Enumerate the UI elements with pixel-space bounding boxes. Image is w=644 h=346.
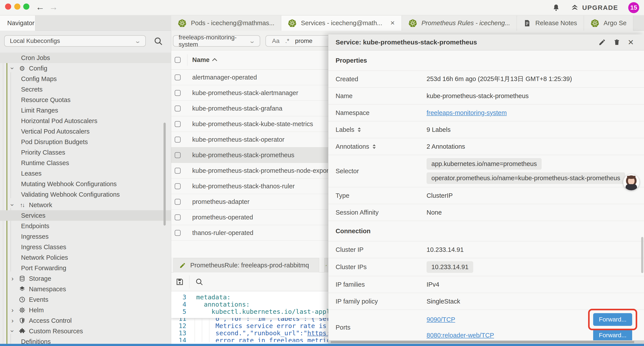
sort-updown-icon[interactable] [373,144,376,149]
sidebar-item-config-maps[interactable]: Config Maps [0,74,171,84]
row-checkbox[interactable] [175,168,180,174]
forward-button-1[interactable]: Forward... [593,329,632,340]
notifications-bell-icon[interactable] [552,3,560,12]
delete-icon[interactable] [613,38,620,46]
row-checkbox[interactable] [175,214,180,220]
port-link-8080-reloader-web-tcp[interactable]: 8080:reloader-web/TCP [426,332,494,339]
sidebar-item-events[interactable]: Events [0,294,171,305]
sidebar-item-runtime-classes[interactable]: Runtime Classes [0,158,171,168]
sidebar-scrollbar[interactable] [164,123,166,226]
upgrade-button[interactable]: UPGRADE [570,3,618,12]
editor-tab-prometheusrule[interactable]: PrometheusRule: freeleaps-prod-rabbitmq [174,258,319,272]
table-row-thanos-ruler-operated[interactable]: thanos-ruler-operated [171,225,328,241]
sidebar-item-vertical-pod-autoscalers[interactable]: Vertical Pod Autoscalers [0,126,171,137]
column-header-name[interactable]: Name [192,56,217,63]
table-row-kube-prometheus-stack-grafana[interactable]: kube-prometheus-stack-grafana [171,101,328,116]
sidebar-item-label: Pod Disruption Budgets [21,138,88,146]
regex-toggle[interactable]: .* [285,37,289,44]
table-row-prometheus-operated[interactable]: prometheus-operated [171,210,328,225]
tab-prometheus-rules-icecheng[interactable]: Prometheus Rules - icecheng... [402,15,517,31]
table-row-kube-prometheus-stack-alertmanager[interactable]: kube-prometheus-stack-alertmanager [171,85,328,101]
row-checkbox[interactable] [175,121,180,127]
table-row-kube-prometheus-stack-prometheus[interactable]: kube-prometheus-stack-prometheus [171,147,328,163]
tab-navigator[interactable]: Navigator [0,15,35,31]
sidebar-item-limit-ranges[interactable]: Limit Ranges [0,105,171,116]
resource-search-input[interactable]: Aa .* prome [266,35,328,47]
table-row-kube-prometheus-stack-prometheus-node-exporter[interactable]: kube-prometheus-stack-prometheus-node-ex… [171,163,328,178]
back-button[interactable]: ← [36,2,44,12]
save-icon[interactable] [176,278,184,286]
row-checkbox[interactable] [175,106,180,111]
section-heading-properties: Properties [328,50,644,70]
table-row-kube-prometheus-stack-kube-state-metrics[interactable]: kube-prometheus-stack-kube-state-metrics [171,116,328,132]
tab-services-icecheng-math[interactable]: Services - icecheng@math...✕ [281,15,402,31]
edit-icon[interactable] [598,38,606,46]
user-avatar[interactable] [623,174,640,190]
window-minimize-button[interactable] [14,3,20,10]
sidebar-item-definitions[interactable]: Definitions [0,336,171,344]
sidebar-item-network[interactable]: ›↑↓Network [0,200,171,210]
close-icon[interactable]: ✕ [628,38,634,47]
sidebar-item-custom-resources[interactable]: ›Custom Resources [0,326,171,336]
sidebar-item-leases[interactable]: Leases [0,168,171,179]
forward-nav-button[interactable]: → [49,2,58,12]
sidebar-item-access-control[interactable]: ›Access Control [0,315,171,326]
row-checkbox[interactable] [175,230,180,236]
yaml-editor[interactable]: 3metadata:4 annotations:5 kubectl.kubern… [171,291,328,344]
match-case-toggle[interactable]: Aa [272,37,280,44]
sidebar-item-services[interactable]: Services [0,210,171,221]
sidebar-item-namespaces[interactable]: Namespaces [0,284,171,294]
sidebar-item-network-policies[interactable]: Network Policies [0,252,171,263]
sidebar-item-helm[interactable]: ›Helm [0,305,171,315]
row-checkbox[interactable] [175,74,180,80]
sidebar-item-resource-quotas[interactable]: Resource Quotas [0,95,171,105]
chevron-collapsed-icon[interactable]: › [10,306,15,314]
table-row-alertmanager-operated[interactable]: alertmanager-operated [171,70,328,85]
sidebar-item-priority-classes[interactable]: Priority Classes [0,147,171,158]
row-checkbox[interactable] [175,152,180,158]
table-row-prometheus-adapter[interactable]: prometheus-adapter [171,194,328,210]
port-link-9090-tcp[interactable]: 9090/TCP [426,316,455,323]
chevron-collapsed-icon[interactable]: › [10,317,15,324]
sidebar-item-ingress-classes[interactable]: Ingress Classes [0,242,171,252]
sidebar-item-mutating-webhook-configurations[interactable]: Mutating Webhook Configurations [0,179,171,189]
chevron-expanded-icon[interactable]: › [9,65,16,71]
editor-tab-next[interactable] [324,258,328,272]
sidebar-item-cron-jobs[interactable]: Cron Jobs [0,52,171,63]
sidebar-item-endpoints[interactable]: Endpoints [0,221,171,231]
table-row-kube-prometheus-stack-operator[interactable]: kube-prometheus-stack-operator [171,132,328,147]
window-zoom-button[interactable] [23,3,29,10]
sidebar-item-pod-disruption-budgets[interactable]: Pod Disruption Budgets [0,137,171,147]
close-tab-icon[interactable]: ✕ [390,20,395,26]
detail-horizontal-scrollbar[interactable] [328,340,644,344]
chevron-expanded-icon[interactable]: › [9,328,16,334]
row-checkbox[interactable] [175,199,180,205]
tab-pods-icecheng-mathmas[interactable]: Pods - icecheng@mathmas... [171,15,281,31]
chevron-collapsed-icon[interactable]: › [10,275,15,282]
editor-search-icon[interactable] [195,278,204,286]
detail-vertical-scrollbar[interactable] [641,237,643,273]
row-checkbox[interactable] [175,183,180,189]
row-checkbox[interactable] [175,137,180,143]
sort-updown-icon[interactable] [358,127,361,132]
tab-argo-se[interactable]: Argo Se [584,15,634,31]
namespace-selector[interactable]: freeleaps-monitoring-system ⌄ [173,35,260,47]
select-all-checkbox[interactable] [175,57,180,63]
navigator-search-icon[interactable] [154,36,163,46]
chevron-expanded-icon[interactable]: › [9,202,16,208]
notification-count-badge[interactable]: 15 [628,2,639,13]
sidebar-item-secrets[interactable]: Secrets [0,84,171,95]
sidebar-item-config[interactable]: ›⚙Config [0,63,171,74]
kubeconfig-selector[interactable]: Local Kubeconfigs ⌄ [4,35,146,47]
forward-button-0[interactable]: Forward... [593,313,632,326]
sidebar-item-horizontal-pod-autoscalers[interactable]: Horizontal Pod Autoscalers [0,116,171,126]
sidebar-item-storage[interactable]: ›Storage [0,273,171,284]
sidebar-item-port-forwarding[interactable]: Port Forwarding [0,263,171,273]
window-close-button[interactable] [5,3,11,10]
sidebar-item-ingresses[interactable]: Ingresses [0,231,171,242]
sidebar-item-validating-webhook-configurations[interactable]: Validating Webhook Configurations [0,189,171,200]
tab-release-notes[interactable]: Release Notes [517,15,584,31]
row-checkbox[interactable] [175,90,180,96]
namespace-link[interactable]: freeleaps-monitoring-system [426,109,507,116]
table-row-kube-prometheus-stack-thanos-ruler[interactable]: kube-prometheus-stack-thanos-ruler [171,178,328,194]
